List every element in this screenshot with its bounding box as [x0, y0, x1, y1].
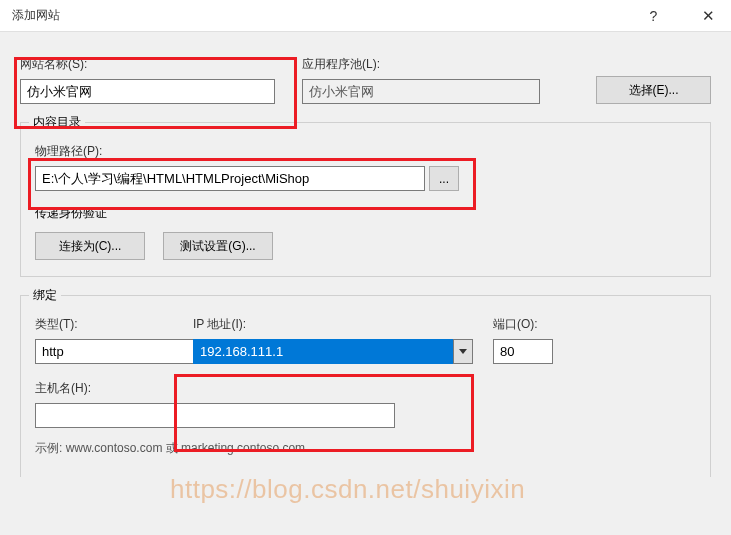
- type-label: 类型(T):: [35, 316, 173, 333]
- connect-as-button[interactable]: 连接为(C)...: [35, 232, 145, 260]
- binding-fieldset: 绑定 类型(T): IP 地址(I):: [20, 295, 711, 477]
- path-label: 物理路径(P):: [35, 143, 696, 160]
- content-dir-legend: 内容目录: [29, 114, 85, 131]
- test-settings-button[interactable]: 测试设置(G)...: [163, 232, 273, 260]
- host-input[interactable]: [35, 403, 395, 428]
- titlebar: 添加网站 ? ✕: [0, 0, 731, 32]
- type-combo-input[interactable]: [35, 339, 217, 364]
- select-apppool-button[interactable]: 选择(E)...: [596, 76, 711, 104]
- port-input[interactable]: [493, 339, 553, 364]
- sitename-label: 网站名称(S):: [20, 56, 290, 73]
- apppool-label: 应用程序池(L):: [302, 56, 588, 73]
- ip-combo[interactable]: [193, 339, 473, 364]
- chevron-down-icon: [459, 349, 467, 354]
- sitename-input[interactable]: [20, 79, 275, 104]
- close-button[interactable]: ✕: [686, 0, 731, 32]
- apppool-input: [302, 79, 540, 104]
- auth-label: 传递身份验证: [35, 205, 696, 222]
- dialog-content: 网站名称(S): 应用程序池(L): 选择(E)... 内容目录 物理路径(P)…: [0, 32, 731, 535]
- type-combo[interactable]: [35, 339, 173, 364]
- ip-combo-input[interactable]: [193, 339, 453, 364]
- ip-combo-button[interactable]: [453, 339, 473, 364]
- window-title: 添加网站: [12, 7, 60, 24]
- ip-label: IP 地址(I):: [193, 316, 473, 333]
- host-label: 主机名(H):: [35, 380, 696, 397]
- path-input[interactable]: [35, 166, 425, 191]
- host-example: 示例: www.contoso.com 或 marketing.contoso.…: [35, 440, 696, 457]
- binding-legend: 绑定: [29, 287, 61, 304]
- port-label: 端口(O):: [493, 316, 573, 333]
- browse-button[interactable]: ...: [429, 166, 459, 191]
- help-button[interactable]: ?: [631, 0, 676, 32]
- content-dir-fieldset: 内容目录 物理路径(P): ... 传递身份验证 连接为(C)... 测试设置(…: [20, 122, 711, 277]
